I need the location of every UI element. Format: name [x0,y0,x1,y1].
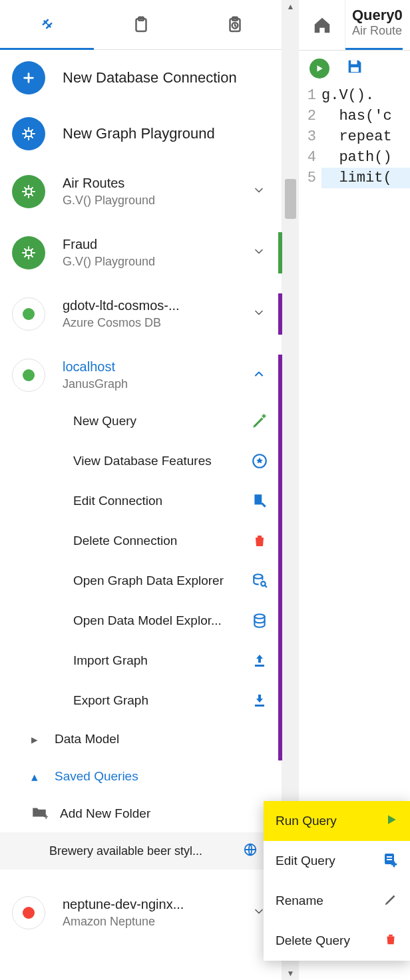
action-new-query[interactable]: New Query [73,401,270,441]
connection-title: Air Routes [63,176,209,191]
triangle-right-icon: ▸ [28,732,41,747]
new-playground-button[interactable]: New Graph Playground [0,106,282,162]
editor-toolbar [299,51,410,83]
file-plus-icon [382,852,398,871]
code-line: limit( [321,168,410,188]
connection-text: neptune-dev-nginx... Amazon Neptune [63,897,226,929]
connection-neptune[interactable]: neptune-dev-nginx... Amazon Neptune [0,887,282,939]
connection-cosmos[interactable]: gdotv-ltd-cosmos-... Azure Cosmos DB [0,288,282,340]
tab-clipboard[interactable] [94,0,188,50]
save-button[interactable] [345,57,364,79]
tab-history[interactable] [188,0,282,50]
add-new-folder[interactable]: + Add New Folder [0,795,282,832]
pencil-icon [383,892,398,910]
tree-data-model[interactable]: ▸ Data Model [0,721,282,758]
database-icon [250,612,270,629]
chip-icon [12,236,45,269]
tree-label: Data Model [55,732,119,746]
download-icon [250,693,270,709]
connection-title: localhost [63,359,209,375]
status-dot-icon [12,359,45,392]
svg-rect-6 [26,189,31,194]
chevron-down-icon[interactable] [243,240,275,267]
connection-localhost[interactable]: localhost JanusGraph [0,349,282,401]
svg-text:+: + [44,811,49,820]
trash-icon [383,932,398,950]
query-tab-title: Query0 [352,7,403,24]
code-line: g.V(). [321,85,410,106]
scroll-down-arrow[interactable]: ▼ [282,967,299,980]
query-tab[interactable]: Query0 Air Route [345,0,403,50]
new-connection-label: New Database Connection [63,69,237,86]
svg-point-9 [254,574,262,579]
code-editor[interactable]: 1 2 3 4 5 g.V(). has('c repeat path() li… [299,83,410,188]
connection-subtitle: Amazon Neptune [63,915,226,929]
code-line: path() [321,147,410,168]
home-tab[interactable] [299,0,345,50]
svg-rect-7 [26,250,31,255]
connection-fraud[interactable]: Fraud G.V() Playground [0,227,282,279]
action-delete-connection[interactable]: Delete Connection [73,521,270,561]
action-open-model[interactable]: Open Data Model Explor... [73,601,270,641]
chevron-down-icon[interactable] [243,178,275,206]
app-root: New Database Connection New Graph Playgr… [0,0,410,980]
action-view-features[interactable]: View Database Features [73,441,270,481]
primary-actions: New Database Connection New Graph Playgr… [0,50,282,162]
tab-connections[interactable] [0,0,94,50]
action-open-explorer[interactable]: Open Graph Data Explorer [73,561,270,601]
new-connection-button[interactable]: New Database Connection [0,50,282,106]
ctx-edit-query[interactable]: Edit Query [264,841,410,881]
scroll-thumb[interactable] [285,179,296,219]
action-edit-connection[interactable]: Edit Connection [73,481,270,521]
connection-title: gdotv-ltd-cosmos-... [63,298,209,313]
ctx-label: Rename [276,894,323,908]
new-playground-label: New Graph Playground [63,125,215,142]
connection-subtitle: Azure Cosmos DB [63,316,226,330]
action-import-graph[interactable]: Import Graph [73,641,270,681]
chevron-down-icon[interactable] [243,301,275,328]
connection-subtitle: G.V() Playground [63,255,226,269]
connection-text: gdotv-ltd-cosmos-... Azure Cosmos DB [63,298,226,330]
line-number: 4 [299,147,316,168]
triangle-up-icon: ▴ [28,769,41,784]
edit-note-icon [250,492,270,510]
chip-icon [12,175,45,208]
ctx-label: Delete Query [276,933,350,948]
plus-icon [12,61,45,94]
connection-text: Fraud G.V() Playground [63,237,226,269]
query-label: Brewery available beer styl... [49,844,236,858]
trash-icon [250,533,270,549]
saved-query-item[interactable]: Brewery available beer styl... ⋮ [0,832,282,870]
sidebar-tabs [0,0,282,50]
connection-air-routes[interactable]: Air Routes G.V() Playground [0,166,282,218]
tree-label: Saved Queries [55,769,138,784]
editor-tabs: Query0 Air Route [299,0,410,51]
chip-icon [12,117,45,150]
star-circle-icon [250,452,270,470]
play-icon [385,813,398,830]
action-export-graph[interactable]: Export Graph [73,681,270,721]
upload-icon [250,653,270,669]
action-label: Open Graph Data Explorer [73,573,224,588]
tree-saved-queries[interactable]: ▴ Saved Queries [0,758,282,795]
line-number: 1 [299,85,316,106]
add-folder-label: Add New Folder [60,806,150,821]
action-label: Edit Connection [73,494,162,508]
connection-list: Air Routes G.V() Playground Fraud G.V() … [0,166,282,939]
status-dot-icon [12,297,45,331]
ctx-run-query[interactable]: Run Query [264,801,410,841]
query-tab-subtitle: Air Route [352,24,403,38]
ctx-delete-query[interactable]: Delete Query [264,921,410,961]
scroll-up-arrow[interactable]: ▲ [282,0,299,13]
action-label: Export Graph [73,693,148,708]
svg-rect-16 [351,61,357,65]
svg-point-11 [254,614,264,619]
line-gutter: 1 2 3 4 5 [299,85,321,188]
context-menu: Run Query Edit Query Rename Delete Query [264,801,410,961]
ctx-rename[interactable]: Rename [264,881,410,921]
chevron-up-icon[interactable] [243,362,275,389]
run-button[interactable] [309,59,329,79]
svg-rect-17 [351,67,359,72]
pencil-plus-icon [250,412,270,430]
svg-rect-5 [26,131,31,136]
